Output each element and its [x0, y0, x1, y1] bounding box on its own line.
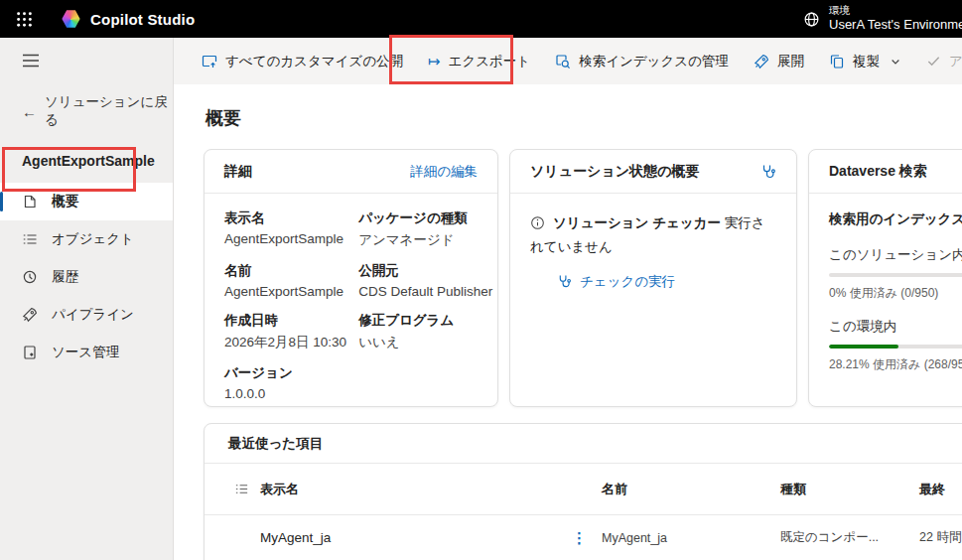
- publish-all-customizations-button[interactable]: すべてのカスタマイズの公開: [202, 53, 403, 70]
- field-display-name: 表示名 AgentExportSample: [224, 210, 350, 249]
- details-fields: 表示名 AgentExportSample パッケージの種類 アンマネージド 名…: [205, 194, 497, 401]
- export-button[interactable]: ↦ エクスポート: [428, 53, 530, 70]
- status-message: ソリューション チェッカー 実行されていません: [530, 211, 776, 260]
- sidebar-item-history[interactable]: 履歴: [0, 258, 173, 296]
- info-icon: [530, 215, 545, 230]
- field-name: 名前 AgentExportSample: [224, 262, 350, 299]
- sidebar-nav: 概要 オブジェクト 履歴: [0, 183, 173, 371]
- environment-label: 環境: [829, 4, 962, 18]
- toolbar-item-label: アップグレードを適用: [949, 53, 962, 70]
- details-card: 詳細 詳細の編集 表示名 AgentExportSample パッケージの種類 …: [204, 149, 498, 407]
- toolbar-item-label: 複製: [853, 53, 880, 70]
- list-icon: [234, 482, 260, 496]
- chevron-down-icon[interactable]: [890, 56, 901, 68]
- page-content: 概要 詳細 詳細の編集 表示名 AgentExportSample パ: [174, 84, 962, 560]
- app-title: Copilot Studio: [90, 11, 195, 28]
- dataverse-card-body: 検索用のインデックスか このソリューション内 0% 使用済み (0/950) こ…: [809, 194, 962, 406]
- dataverse-subtitle: 検索用のインデックスか: [829, 210, 962, 228]
- sidebar-item-label: 概要: [52, 193, 78, 210]
- field-package-type: パッケージの種類 アンマネージド: [358, 210, 497, 249]
- environment-usage-caption: 28.21% 使用済み (268/950): [829, 356, 962, 373]
- app-frame: ← ソリューションに戻る AgentExportSample 概要 オブ: [0, 38, 962, 560]
- checkmark-icon: [926, 54, 941, 69]
- stethoscope-icon[interactable]: [760, 164, 776, 180]
- environment-usage-progressbar: [829, 345, 962, 349]
- brand[interactable]: Copilot Studio: [62, 10, 195, 29]
- back-label: ソリューションに戻る: [45, 93, 173, 129]
- sidebar-item-pipelines[interactable]: パイプライン: [0, 296, 173, 334]
- objects-list-icon: [22, 231, 39, 247]
- app-top-bar: Copilot Studio 環境 UserA Test's Environme…: [0, 0, 962, 38]
- status-card-body: ソリューション チェッカー 実行されていません チェックの実行: [510, 194, 796, 312]
- sidebar-item-source-control[interactable]: ソース管理: [0, 334, 173, 371]
- deploy-button[interactable]: 展開: [754, 53, 804, 70]
- solution-usage-section: このソリューション内 0% 使用済み (0/950): [829, 246, 962, 302]
- cell-type: 既定のコンポー...: [780, 529, 919, 546]
- environment-picker[interactable]: 環境 UserA Test's Environment: [803, 4, 962, 35]
- sidebar-item-objects[interactable]: オブジェクト: [0, 220, 173, 258]
- publish-icon: [202, 54, 217, 70]
- solution-name: AgentExportSample: [22, 153, 173, 169]
- history-clock-icon: [22, 269, 39, 285]
- environment-usage-section: この環境内 28.21% 使用済み (268/950): [829, 318, 962, 373]
- rocket-icon: [22, 307, 39, 323]
- apply-upgrade-button: アップグレードを適用: [926, 53, 962, 70]
- column-display-name[interactable]: 表示名: [260, 481, 572, 498]
- overview-cards: 詳細 詳細の編集 表示名 AgentExportSample パッケージの種類 …: [204, 149, 962, 407]
- field-version: バージョン 1.0.0.0: [224, 364, 350, 401]
- column-type[interactable]: 種類: [780, 481, 919, 498]
- export-icon: ↦: [428, 54, 441, 69]
- cell-name: MyAgent_ja: [602, 531, 780, 545]
- toolbar-item-label: 展開: [777, 53, 804, 70]
- dataverse-card-title: Dataverse 検索: [829, 163, 927, 181]
- search-index-icon: [555, 54, 571, 70]
- column-last[interactable]: 最終: [919, 481, 962, 498]
- hamburger-menu-icon[interactable]: [22, 54, 42, 68]
- recent-items-title: 最近使った項目: [205, 424, 962, 464]
- toolbar-item-label: すべてのカスタマイズの公開: [225, 53, 403, 70]
- copy-icon: [829, 54, 845, 70]
- back-to-solutions-link[interactable]: ← ソリューションに戻る: [22, 93, 173, 129]
- back-arrow-icon: ←: [22, 103, 37, 120]
- status-card-title: ソリューション状態の概要: [530, 163, 699, 181]
- cell-display-name[interactable]: MyAgent_ja: [260, 530, 572, 545]
- progress-fill: [829, 345, 898, 349]
- main-area: すべてのカスタマイズの公開 ↦ エクスポート 検索インデックスの管理: [174, 38, 962, 560]
- field-publisher: 公開元 CDS Default Publisher: [358, 262, 497, 299]
- sidebar-item-label: オブジェクト: [52, 230, 134, 248]
- field-created: 作成日時 2026年2月8日 10:30: [224, 312, 350, 351]
- status-message-bold: ソリューション チェッカー: [553, 215, 721, 230]
- globe-icon: [803, 11, 820, 28]
- overview-page-icon: [22, 194, 39, 210]
- run-check-link[interactable]: チェックの実行: [557, 270, 776, 294]
- column-name[interactable]: 名前: [602, 481, 780, 498]
- sidebar-item-label: パイプライン: [52, 306, 134, 324]
- source-control-icon: [22, 345, 39, 360]
- sidebar-item-overview[interactable]: 概要: [0, 183, 173, 220]
- clone-button[interactable]: 複製: [829, 53, 901, 70]
- sidebar-item-label: 履歴: [52, 268, 78, 286]
- edit-details-link[interactable]: 詳細の編集: [410, 163, 478, 181]
- run-check-label: チェックの実行: [580, 270, 675, 294]
- copilot-studio-logo-icon: [62, 10, 80, 29]
- sidebar-item-label: ソース管理: [52, 344, 119, 361]
- environment-name: UserA Test's Environment: [829, 17, 962, 34]
- rocket-icon: [754, 54, 769, 70]
- solution-status-card: ソリューション状態の概要: [509, 149, 797, 407]
- row-more-menu-icon[interactable]: ⋮: [572, 529, 602, 547]
- dataverse-search-card: Dataverse 検索 検索 検索用のインデックスか このソリューション内 0…: [808, 149, 962, 407]
- recent-items-header-row: 表示名 名前 種類 最終: [205, 464, 962, 515]
- toolbar-item-label: エクスポート: [449, 53, 531, 70]
- table-row[interactable]: MyAgent_ja ⋮ MyAgent_ja 既定のコンポー... 22 時間: [205, 515, 962, 560]
- left-sidebar: ← ソリューションに戻る AgentExportSample 概要 オブ: [0, 38, 174, 560]
- app-launcher-icon[interactable]: [0, 0, 48, 38]
- recent-items-card: 最近使った項目 表示名 名前 種類 最終 MyAgent_ja: [204, 423, 962, 560]
- toolbar-item-label: 検索インデックスの管理: [579, 53, 729, 70]
- manage-search-index-button[interactable]: 検索インデックスの管理: [555, 53, 729, 70]
- cell-last: 22 時間: [919, 529, 962, 546]
- field-patch: 修正プログラム いいえ: [358, 312, 497, 351]
- details-card-title: 詳細: [224, 163, 252, 181]
- command-bar: すべてのカスタマイズの公開 ↦ エクスポート 検索インデックスの管理: [174, 38, 962, 84]
- solution-usage-caption: 0% 使用済み (0/950): [829, 285, 962, 302]
- stethoscope-icon: [557, 274, 572, 289]
